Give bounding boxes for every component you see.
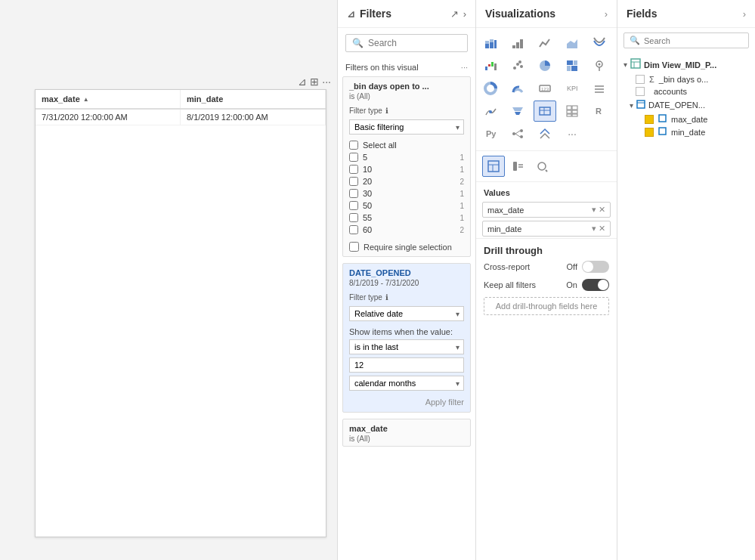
more-options-icon[interactable]: ··· <box>322 76 331 88</box>
field-actions-max-date: ▾ ✕ <box>592 205 605 215</box>
viz-icon-decomp-tree[interactable] <box>506 123 529 144</box>
filter-select-all[interactable]: Select all <box>349 139 464 151</box>
item-20-checkbox[interactable] <box>349 177 358 186</box>
viz-icon-table[interactable] <box>534 101 556 122</box>
item-55-checkbox[interactable] <box>349 213 358 222</box>
filters-panel: ⊿ Filters ↗ › 🔍 Filters on this visual ·… <box>338 0 476 560</box>
cross-report-toggle[interactable] <box>582 261 609 273</box>
filter-card-max-date-header: max_date <box>343 419 470 435</box>
viz-icon-python[interactable]: Py <box>479 123 502 144</box>
filter-item-50[interactable]: 50 1 <box>349 200 464 212</box>
viz-icon-pie-chart[interactable] <box>534 55 556 76</box>
filters-search-box[interactable]: 🔍 <box>345 34 468 52</box>
field-item-bin-days[interactable]: Σ _bin days o... <box>617 73 755 85</box>
fields-search-box[interactable]: 🔍 <box>623 32 749 48</box>
item-30-checkbox[interactable] <box>349 189 358 198</box>
expand-filters-icon[interactable]: › <box>463 8 466 20</box>
filter-card-bin-days: _bin days open to ... is (All) Filter ty… <box>342 76 471 257</box>
viz-icon-gauge[interactable] <box>506 78 529 99</box>
require-single-row[interactable]: Require single selection <box>343 237 470 256</box>
field-checkbox-min-date[interactable] <box>645 128 654 137</box>
filters-on-ellipsis[interactable]: ··· <box>461 63 468 72</box>
viz-icon-treemap[interactable] <box>561 55 583 76</box>
filter-value-input[interactable] <box>349 357 464 373</box>
svg-rect-62 <box>637 101 645 108</box>
viz-fields-icon[interactable] <box>482 156 505 177</box>
viz-expand-icon[interactable]: › <box>605 8 608 20</box>
require-single-checkbox[interactable] <box>349 242 359 252</box>
field-checkbox-max-date[interactable] <box>645 115 654 124</box>
fields-panel: Fields › 🔍 ▾ Dim View_MID_P... Σ _bin da… <box>617 0 755 560</box>
viz-icon-waterfall[interactable] <box>479 55 502 76</box>
filter-condition2-row[interactable]: calendar months days weeks years <box>349 376 464 391</box>
viz-icon-map[interactable] <box>588 55 611 76</box>
svg-point-46 <box>512 132 515 135</box>
viz-icon-r-visual[interactable]: R <box>588 101 611 122</box>
viz-icon-scatter[interactable] <box>506 55 529 76</box>
hide-filters-icon[interactable]: ↗ <box>450 8 459 20</box>
item-60-checkbox[interactable] <box>349 225 358 234</box>
item-50-checkbox[interactable] <box>349 201 358 210</box>
focus-icon[interactable]: ⊞ <box>310 76 319 88</box>
filter-item-55[interactable]: 55 1 <box>349 212 464 224</box>
viz-icon-donut[interactable] <box>479 78 502 99</box>
subgroup-date-open-header[interactable]: ▾ DATE_OPEN... <box>617 97 755 113</box>
fields-expand-icon[interactable]: › <box>743 8 746 20</box>
viz-icon-key-influencers[interactable] <box>534 123 556 144</box>
viz-icon-card[interactable]: 123 <box>534 78 556 99</box>
filter-date-type-dropdown[interactable]: Relative date Basic filtering Advanced f… <box>349 306 464 321</box>
svg-rect-40 <box>567 110 571 113</box>
svg-rect-43 <box>572 114 577 116</box>
viz-icon-funnel[interactable] <box>506 101 529 122</box>
filters-title: ⊿ Filters <box>347 8 450 20</box>
keep-filters-toggle[interactable] <box>582 279 609 291</box>
field-icon-max-date <box>658 114 667 124</box>
viz-icon-bar-chart[interactable] <box>506 32 529 54</box>
field-dropdown-icon[interactable]: ▾ <box>592 205 596 215</box>
viz-format-icon[interactable] <box>506 156 529 177</box>
item-10-checkbox[interactable] <box>349 165 358 174</box>
field-dropdown-icon-2[interactable]: ▾ <box>592 224 596 234</box>
add-drill-through-field[interactable]: Add drill-through fields here <box>484 297 609 315</box>
cell-min-date: 8/1/2019 12:00:00 AM <box>181 110 326 125</box>
filter-item-20[interactable]: 20 2 <box>349 175 464 187</box>
viz-icon-kpi[interactable]: KPI <box>561 78 583 99</box>
field-item-accounts[interactable]: accounts <box>617 85 755 97</box>
viz-icon-matrix[interactable] <box>561 101 583 122</box>
select-all-checkbox[interactable] <box>349 141 358 150</box>
filter-item-30[interactable]: 30 1 <box>349 187 464 200</box>
item-5-checkbox[interactable] <box>349 153 358 162</box>
filter-icon[interactable]: ⊿ <box>298 76 307 88</box>
apply-filter-button[interactable]: Apply filter <box>425 398 464 407</box>
filter-type-select-row[interactable]: Basic filtering Advanced filtering Top N… <box>349 119 464 135</box>
viz-icon-line-chart[interactable] <box>534 32 556 54</box>
viz-icon-area-chart[interactable] <box>561 32 583 54</box>
filter-condition2-dropdown[interactable]: calendar months days weeks years <box>349 376 464 391</box>
filter-type-dropdown[interactable]: Basic filtering Advanced filtering Top N… <box>349 119 464 135</box>
fields-search-icon: 🔍 <box>630 36 640 45</box>
field-item-min-date[interactable]: min_date <box>617 125 755 138</box>
field-item-max-date[interactable]: max_date <box>617 113 755 125</box>
field-checkbox-bin-days[interactable] <box>636 75 645 84</box>
viz-icon-ribbon-chart[interactable] <box>588 32 611 54</box>
filter-item-5[interactable]: 5 1 <box>349 151 464 163</box>
filter-item-10[interactable]: 10 1 <box>349 163 464 175</box>
svg-rect-2 <box>490 42 494 48</box>
viz-icon-stacked-bar[interactable] <box>479 32 502 54</box>
svg-rect-21 <box>571 66 577 71</box>
field-group-dim-view-header[interactable]: ▾ Dim View_MID_P... <box>617 56 755 73</box>
filter-condition1-row[interactable]: is in the last is in the next is this <box>349 339 464 354</box>
svg-rect-1 <box>485 41 489 44</box>
viz-icon-slicer[interactable] <box>588 78 611 99</box>
viz-analytics-icon[interactable] <box>531 156 553 177</box>
field-checkbox-accounts[interactable] <box>636 87 645 96</box>
filters-search-input[interactable] <box>368 38 461 48</box>
field-remove-icon[interactable]: ✕ <box>599 205 605 215</box>
field-remove-icon-2[interactable]: ✕ <box>599 224 605 234</box>
filter-condition1-dropdown[interactable]: is in the last is in the next is this <box>349 339 464 354</box>
viz-icon-filled-map[interactable] <box>479 101 502 122</box>
viz-icon-more[interactable]: ··· <box>561 123 583 144</box>
fields-search-input[interactable] <box>644 36 743 45</box>
filter-item-60[interactable]: 60 2 <box>349 224 464 236</box>
filter-date-type-select-row[interactable]: Relative date Basic filtering Advanced f… <box>349 306 464 321</box>
